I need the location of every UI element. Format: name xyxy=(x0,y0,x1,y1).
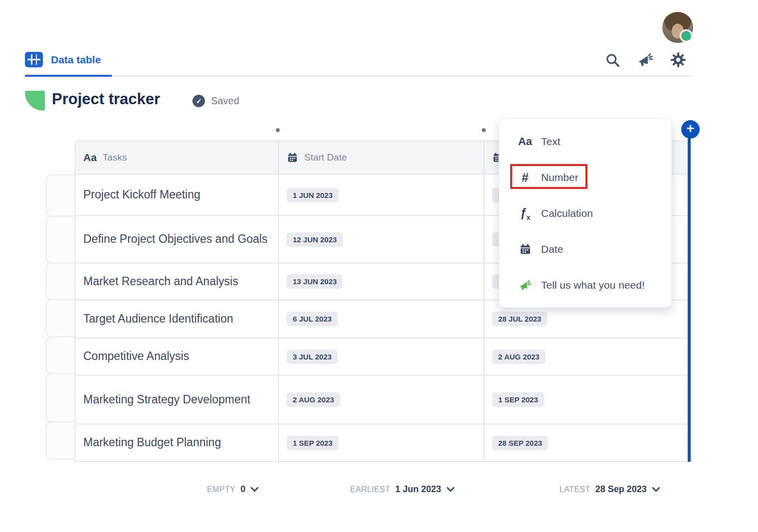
task-cell[interactable]: Competitive Analysis xyxy=(75,338,279,375)
end-date-cell[interactable]: 2 AUG 2023 xyxy=(484,338,688,375)
row-drag-handle[interactable] xyxy=(46,216,75,263)
date-chip[interactable]: 1 SEP 2023 xyxy=(287,436,339,450)
menu-item-calculation[interactable]: ƒx Calculation xyxy=(499,195,671,231)
active-tab-underline xyxy=(25,75,112,77)
row-drag-handle[interactable] xyxy=(46,422,75,459)
search-icon[interactable] xyxy=(604,52,620,68)
column-type-menu: Aa Text # Number ƒx Calculation Date xyxy=(499,118,672,308)
check-circle-icon: ✓ xyxy=(192,95,205,107)
tabbar-divider xyxy=(25,75,693,77)
number-type-icon: # xyxy=(516,171,534,185)
calendar-icon xyxy=(516,243,534,256)
start-date-cell[interactable]: 2 AUG 2023 xyxy=(279,375,484,424)
megaphone-icon xyxy=(516,279,534,292)
date-chip[interactable]: 28 SEP 2023 xyxy=(492,436,548,450)
column-label: Start Date xyxy=(304,152,347,163)
row-drag-handle[interactable] xyxy=(46,373,75,422)
task-text: Marketing Budget Planning xyxy=(83,434,221,452)
chevron-down-icon xyxy=(652,487,660,492)
calculation-type-icon: ƒx xyxy=(516,206,534,221)
tab-label: Data table xyxy=(51,54,101,66)
task-text: Target Audience Identification xyxy=(83,310,233,328)
footer-earliest-summary[interactable]: EARLIEST 1 Jun 2023 xyxy=(350,484,455,495)
end-date-cell[interactable]: 28 SEP 2023 xyxy=(484,424,688,462)
table-row: Marketing Budget Planning 1 SEP 2023 28 … xyxy=(75,424,688,462)
menu-item-text[interactable]: Aa Text xyxy=(499,124,671,160)
task-cell[interactable]: Define Project Objectives and Goals xyxy=(75,216,279,263)
date-chip[interactable]: 6 JUL 2023 xyxy=(287,312,338,326)
task-cell[interactable]: Project Kickoff Meeting xyxy=(75,175,279,216)
footer-latest-summary[interactable]: LATEST 28 Sep 2023 xyxy=(560,484,660,495)
row-drag-handle[interactable] xyxy=(46,263,75,300)
calendar-icon xyxy=(287,152,298,164)
table-grid-icon xyxy=(25,52,43,67)
task-cell[interactable]: Target Audience Identification xyxy=(75,300,279,338)
menu-item-number[interactable]: # Number xyxy=(499,160,671,195)
column-handle-dot[interactable] xyxy=(276,128,280,132)
text-type-icon: Aa xyxy=(83,152,97,164)
task-text: Marketing Strategy Development xyxy=(83,391,250,409)
gear-icon[interactable] xyxy=(670,52,686,68)
chevron-down-icon xyxy=(446,487,455,492)
date-chip[interactable]: 3 JUL 2023 xyxy=(287,350,338,364)
start-date-cell[interactable]: 6 JUL 2023 xyxy=(279,300,484,338)
start-date-cell[interactable]: 12 JUN 2023 xyxy=(279,216,484,263)
start-date-cell[interactable]: 1 JUN 2023 xyxy=(279,175,484,216)
column-header-start-date[interactable]: Start Date xyxy=(279,141,484,175)
table-row: Marketing Strategy Development 2 AUG 202… xyxy=(75,375,688,424)
row-drag-handle[interactable] xyxy=(46,299,75,337)
date-chip[interactable]: 13 JUN 2023 xyxy=(287,274,343,289)
start-date-cell[interactable]: 3 JUL 2023 xyxy=(279,338,484,375)
date-chip[interactable]: 1 SEP 2023 xyxy=(492,392,544,407)
task-cell[interactable]: Market Research and Analysis xyxy=(75,263,279,300)
column-handle-dot[interactable] xyxy=(482,128,486,132)
table-row: Competitive Analysis 3 JUL 2023 2 AUG 20… xyxy=(75,338,688,375)
column-label: Tasks xyxy=(103,152,127,163)
start-date-cell[interactable]: 13 JUN 2023 xyxy=(279,263,484,300)
menu-item-date[interactable]: Date xyxy=(499,231,671,267)
online-status-dot xyxy=(681,31,691,41)
table-footer: EMPTY 0 EARLIEST 1 Jun 2023 LATEST 28 Se… xyxy=(0,484,758,500)
date-chip[interactable]: 28 JUL 2023 xyxy=(492,312,547,326)
task-text: Project Kickoff Meeting xyxy=(83,186,200,204)
text-type-icon: Aa xyxy=(516,135,534,148)
topbar-icons xyxy=(604,52,686,68)
start-date-cell[interactable]: 1 SEP 2023 xyxy=(279,424,484,462)
column-header-tasks[interactable]: Aa Tasks xyxy=(75,141,279,175)
task-cell[interactable]: Marketing Budget Planning xyxy=(75,424,279,462)
row-handles xyxy=(46,175,75,459)
saved-label: Saved xyxy=(211,95,239,107)
task-text: Competitive Analysis xyxy=(83,348,189,365)
insert-column-indicator-line xyxy=(688,137,691,462)
footer-empty-summary[interactable]: EMPTY 0 xyxy=(207,484,259,495)
date-chip[interactable]: 2 AUG 2023 xyxy=(492,350,546,364)
page-emoji-leaf-icon xyxy=(25,91,45,111)
announcements-icon[interactable] xyxy=(637,52,653,68)
task-cell[interactable]: Marketing Strategy Development xyxy=(75,375,279,424)
saved-status: ✓ Saved xyxy=(192,95,239,107)
row-drag-handle[interactable] xyxy=(46,175,75,216)
date-chip[interactable]: 12 JUN 2023 xyxy=(287,232,343,247)
page-title: Project tracker xyxy=(52,90,160,108)
tab-data-table[interactable]: Data table xyxy=(25,52,101,67)
chevron-down-icon xyxy=(250,487,259,492)
page: Data table xyxy=(0,0,758,532)
menu-item-feedback[interactable]: Tell us what you need! xyxy=(499,267,671,303)
end-date-cell[interactable]: 1 SEP 2023 xyxy=(484,375,688,424)
row-drag-handle[interactable] xyxy=(46,337,75,374)
task-text: Market Research and Analysis xyxy=(83,273,238,291)
date-chip[interactable]: 2 AUG 2023 xyxy=(287,392,340,407)
task-text: Define Project Objectives and Goals xyxy=(83,230,267,248)
date-chip[interactable]: 1 JUN 2023 xyxy=(287,188,339,202)
add-column-button[interactable]: + xyxy=(681,120,700,139)
